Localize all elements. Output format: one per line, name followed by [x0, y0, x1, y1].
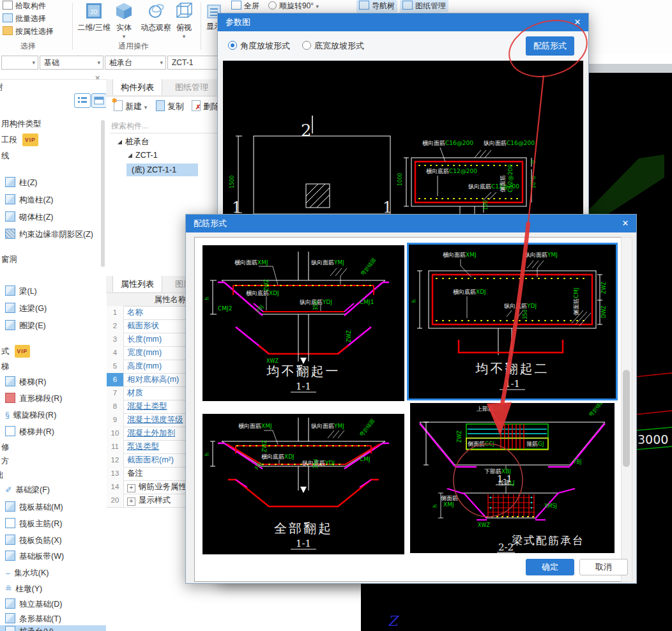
type-combo[interactable]: 桩承台▾ [105, 56, 166, 70]
tab-drawing-mgmt[interactable]: 图纸管理 [167, 79, 216, 95]
rebar-form-button[interactable]: 配筋形式 [526, 36, 574, 56]
search-input[interactable] [110, 119, 227, 133]
solid-view-button[interactable]: 实体▾ [112, 1, 135, 40]
svg-text:横向面筋XMJ: 横向面筋XMJ [234, 259, 268, 266]
sidebar-group-finish[interactable]: 修 [1, 441, 10, 453]
sidebar-item-strip-foundation[interactable]: 条形基础(T) [5, 612, 61, 625]
sidebar-item-column[interactable]: 柱(Z) [5, 176, 37, 189]
sidebar-item-foundation-beam[interactable]: ✐基础梁(F) [5, 483, 50, 496]
svg-text:XWZ: XWZ [478, 522, 490, 528]
dialog-scrollbar-track[interactable] [621, 237, 632, 582]
raft-main-rebar-icon [5, 518, 15, 528]
rebar-option-none-raised-2-selected[interactable]: 横向面筋XMJ 纵向面筋YMJ 横向底筋XDJ 纵向底筋YDJ 侧面筋CMJ Z… [407, 243, 618, 400]
svg-text:箍筋GJ: 箍筋GJ [526, 441, 544, 447]
sidebar-item-ring-beam[interactable]: 圈梁(E) [5, 319, 46, 332]
dimension-3000: 3000 [638, 432, 668, 446]
sidebar-item-link-beam[interactable]: 连梁(G) [5, 302, 47, 315]
sidebar-group-section[interactable]: 工段VIP [1, 133, 38, 146]
batch-select-icon [3, 13, 13, 22]
drawing-mgmt-button[interactable]: 图纸管理 [400, 0, 448, 12]
sidebar-item-raft-negative-rebar[interactable]: 筏板负筋(X) [5, 534, 62, 547]
batch-select-button[interactable]: 批量选择 [3, 13, 46, 24]
tab-property-list[interactable]: 属性列表 [112, 276, 162, 292]
panel-view-toggle[interactable] [91, 93, 107, 108]
sidebar-item-spiral-flight[interactable]: §螺旋梯段(R) [5, 409, 56, 422]
tab-component-list[interactable]: 构件列表 [112, 79, 162, 95]
svg-text:1-1: 1-1 [296, 538, 311, 549]
sidebar-group-common-types[interactable]: 用构件类型 [1, 118, 42, 130]
svg-text:35d: 35d [523, 310, 528, 319]
expand-plus-icon[interactable]: + [127, 484, 135, 492]
category-combo[interactable]: 基础▾ [40, 56, 103, 70]
sidebar-group-openings[interactable]: 窗洞 [1, 253, 17, 266]
dimension-10d: 10*d [531, 176, 537, 188]
rebar-option-all-raised[interactable]: 横向面筋XMJ 纵向面筋YMJ 横向底筋XDJ 纵向底筋YDJ CMJ FBJ … [202, 414, 404, 554]
svg-text:XMSJ: XMSJ [544, 503, 557, 509]
sidebar-close-icon[interactable]: ✕ [95, 74, 100, 82]
sidebar-item-foundation-strip[interactable]: 基础板带(W) [5, 550, 64, 563]
sidebar-item-pile-cap[interactable]: 桩承台(V) [0, 625, 111, 631]
dimension-1000: 1000 [397, 173, 403, 186]
new-component-button[interactable]: ✱新建 ▾ [114, 100, 147, 112]
masonry-column-icon [5, 211, 15, 222]
svg-text:h: h [432, 505, 438, 508]
sidebar-item-sump-pit[interactable]: ⌣集水坑(K) [5, 566, 49, 579]
select-by-property-button[interactable]: 按属性选择 [3, 26, 54, 37]
sidebar-scrollbar[interactable] [101, 120, 105, 267]
svg-text:均不翻起二: 均不翻起二 [475, 361, 549, 376]
expand-plus-icon[interactable]: + [127, 498, 135, 506]
radio-bottom-width-slope[interactable]: 底宽放坡形式 [302, 40, 364, 52]
tree-node-pile-cap[interactable]: 桩承台 [118, 137, 149, 148]
sidebar-item-constraint-edge[interactable]: 约束边缘非阴影区(Z) [5, 228, 93, 241]
sidebar-item-raft-foundation[interactable]: 筏板基础(M) [5, 501, 63, 513]
svg-text:弯折锚固: 弯折锚固 [360, 257, 377, 277]
svg-text:35d: 35d [313, 301, 319, 310]
navtree-icon [359, 1, 369, 10]
ok-button[interactable]: 确定 [526, 559, 574, 575]
sidebar-item-structural-column[interactable]: 构造柱(Z) [5, 194, 53, 206]
delete-component-button[interactable]: ✗删除 [192, 100, 220, 112]
sidebar-group-earthwork[interactable]: 方 [1, 455, 10, 468]
list-view-toggle[interactable] [74, 93, 91, 108]
sidebar-item-beam[interactable]: 梁(L) [5, 285, 37, 298]
pick-component-button[interactable]: 拾取构件 [3, 1, 46, 11]
rebar-dialog-close-button[interactable]: ✕ [615, 215, 636, 232]
new-icon: ✱ [114, 100, 123, 111]
rebar-option-none-raised-1[interactable]: 横向面筋XMJ 纵向面筋YMJ 横向底筋XDJ 纵向底筋YDJ CMJ2 CMJ… [202, 245, 404, 401]
sidebar-group-axis[interactable]: 线 [1, 149, 10, 162]
tree-node-zct11[interactable]: (底) ZCT-1-1 [126, 163, 198, 176]
stair-icon [5, 376, 15, 386]
floor-combo[interactable]: ▾ [1, 56, 38, 70]
sidebar-item-isolated-foundation[interactable]: 独立基础(D) [5, 598, 62, 611]
sump-pit-icon: ⌣ [5, 568, 10, 577]
fullscreen-button[interactable]: 全屏 [231, 1, 259, 11]
sidebar-item-masonry-column[interactable]: 砌体柱(Z) [5, 211, 53, 224]
orbit-button[interactable]: 动态观察 [137, 1, 175, 33]
sidebar-item-column-pier[interactable]: ≞柱墩(Y) [5, 582, 42, 595]
label-transverse-bottom-rebar: 横向底筋C12@200 [426, 168, 477, 174]
sidebar-group-foundation[interactable]: 础 [0, 469, 3, 482]
sidebar-item-stair[interactable]: 楼梯(R) [5, 376, 46, 388]
radio-angle-slope[interactable]: 角度放坡形式 [228, 40, 290, 52]
top-view-button[interactable]: 俯视▾ [171, 1, 197, 40]
cancel-button[interactable]: 取消 [579, 559, 628, 575]
rebar-option-beam-type[interactable]: 上部筋SBJ 侧面筋CCJ 箍筋GJ FBJ 下部筋XBJ ZWZ 弯折锚固 1… [410, 403, 615, 553]
sidebar-group-prefab[interactable]: 式VIP [1, 345, 30, 358]
svg-text:XMJ: XMJ [443, 501, 454, 508]
2d3d-toggle-button[interactable]: 2D 二维/三维 [74, 1, 114, 33]
sidebar-item-raft-main-rebar[interactable]: 筏板主筋(R) [5, 517, 62, 530]
3d-pile-element [584, 155, 664, 214]
label-side-rebar-code: C12@200 [507, 164, 514, 192]
sidebar-group-stairs[interactable]: 梯 [1, 360, 10, 373]
sidebar-item-straight-flight[interactable]: 直形梯段(R) [5, 392, 62, 405]
sidebar-item-stairwell[interactable]: 楼梯井(R) [5, 425, 54, 438]
tree-node-zct1[interactable]: ZCT-1 [128, 151, 158, 160]
navtree-button[interactable]: 导航树 [356, 0, 397, 12]
fullscreen-icon [231, 1, 241, 10]
param-dialog-close-button[interactable]: ✕ [567, 13, 588, 31]
dialog-scrollbar-thumb[interactable] [623, 370, 630, 467]
copy-component-button[interactable]: 复制 [156, 100, 184, 112]
rotate90-button[interactable]: 顺旋转90° ▾ [268, 1, 319, 11]
svg-text:1-1: 1-1 [296, 381, 311, 392]
raft-negative-rebar-icon [5, 535, 15, 545]
